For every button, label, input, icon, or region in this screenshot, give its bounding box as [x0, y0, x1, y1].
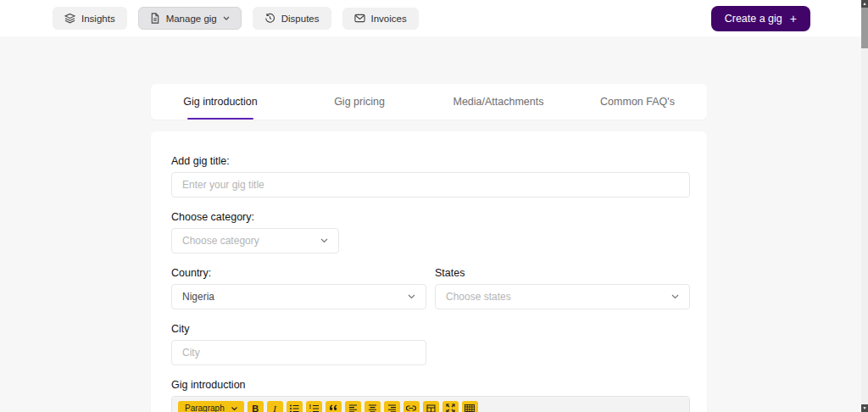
link-icon — [406, 405, 416, 411]
toolbar-grid-button[interactable] — [462, 401, 478, 412]
chevron-down-icon — [231, 407, 237, 410]
gig-form-card: Add gig title: Choose category: Choose c… — [151, 131, 707, 412]
scroll-down-arrow[interactable]: ▼ — [861, 404, 868, 412]
toolbar-align-left-button[interactable] — [345, 401, 361, 412]
toolbar-link-button[interactable] — [403, 401, 420, 412]
city-input[interactable] — [171, 340, 426, 365]
tab-common-faqs[interactable]: Common FAQ's — [568, 84, 707, 120]
chevron-down-icon — [223, 16, 230, 20]
dispute-history-icon — [264, 13, 275, 24]
top-bar: Insights Manage gig Disputes Invoices Cr… — [0, 0, 868, 36]
tab-gig-pricing-label: Gig pricing — [334, 96, 385, 108]
toolbar-align-right-button[interactable] — [384, 401, 400, 412]
blockquote-icon — [329, 404, 338, 412]
toolbar-fullscreen-button[interactable] — [442, 401, 459, 412]
invoice-envelope-icon — [354, 14, 365, 23]
editor-toolbar: Paragraph B I — [172, 397, 689, 412]
nav-invoices[interactable]: Invoices — [342, 8, 419, 30]
scrollbar-thumb[interactable] — [861, 8, 868, 48]
nav-invoices-label: Invoices — [371, 14, 407, 24]
paragraph-select-label: Paragraph — [185, 404, 225, 412]
tab-common-faqs-label: Common FAQ's — [600, 96, 675, 108]
category-select-value: Choose category — [182, 235, 259, 247]
country-label: Country: — [171, 267, 426, 279]
main-content: Gig introduction Gig pricing Media/Attac… — [0, 84, 868, 412]
toolbar-align-center-button[interactable] — [364, 401, 381, 412]
nav-insights[interactable]: Insights — [53, 7, 127, 30]
nav-disputes-label: Disputes — [281, 14, 320, 24]
bold-icon: B — [252, 404, 259, 412]
nav-manage-gig-label: Manage gig — [166, 14, 217, 24]
create-gig-label: Create a gig — [725, 13, 782, 25]
toolbar-italic-button[interactable]: I — [267, 401, 283, 412]
table-icon — [426, 404, 436, 412]
category-select[interactable]: Choose category — [171, 228, 339, 253]
states-label: States — [435, 267, 690, 279]
states-select-value: Choose states — [446, 291, 511, 303]
rich-text-editor: Paragraph B I — [171, 396, 690, 412]
plus-icon: + — [790, 13, 797, 25]
gig-introduction-label: Gig introduction — [171, 379, 690, 391]
nav-manage-gig[interactable]: Manage gig — [138, 7, 242, 30]
category-label: Choose category: — [171, 211, 690, 223]
toolbar-blockquote-button[interactable] — [326, 401, 342, 412]
gig-title-label: Add gig title: — [171, 155, 690, 167]
align-right-icon — [387, 404, 397, 412]
city-label: City — [171, 323, 690, 335]
gig-title-input[interactable] — [171, 172, 690, 198]
nav-disputes[interactable]: Disputes — [253, 7, 331, 30]
chevron-down-icon — [320, 238, 328, 243]
country-select[interactable]: Nigeria — [171, 284, 426, 309]
toolbar-numbered-list-button[interactable] — [306, 401, 322, 412]
country-select-value: Nigeria — [182, 291, 214, 303]
chevron-down-icon — [408, 294, 415, 299]
document-icon — [150, 13, 160, 24]
toolbar-bold-button[interactable]: B — [248, 401, 264, 412]
nav-insights-label: Insights — [81, 14, 115, 24]
states-select[interactable]: Choose states — [435, 284, 690, 309]
align-left-icon — [348, 404, 358, 412]
top-nav-group: Insights Manage gig Disputes Invoices — [53, 7, 419, 30]
chevron-down-icon — [671, 294, 679, 299]
ordered-list-icon — [309, 404, 319, 412]
insights-icon — [64, 13, 75, 24]
vertical-scrollbar[interactable]: ▲ ▼ — [861, 0, 868, 412]
create-gig-button[interactable]: Create a gig + — [711, 6, 810, 31]
toolbar-paragraph-select[interactable]: Paragraph — [178, 401, 244, 412]
toolbar-bullet-list-button[interactable] — [287, 401, 303, 412]
italic-icon: I — [273, 404, 276, 412]
toolbar-table-button[interactable] — [423, 401, 439, 412]
tab-gig-pricing[interactable]: Gig pricing — [290, 84, 429, 120]
grid-icon — [465, 404, 475, 412]
tab-gig-introduction-label: Gig introduction — [183, 96, 258, 108]
unordered-list-icon — [290, 404, 299, 412]
fullscreen-icon — [446, 404, 455, 412]
tab-media-attachments-label: Media/Attachments — [453, 96, 544, 108]
scroll-up-arrow[interactable]: ▲ — [861, 0, 868, 8]
tab-gig-introduction[interactable]: Gig introduction — [151, 84, 290, 120]
tab-media-attachments[interactable]: Media/Attachments — [429, 84, 568, 120]
gig-tabs-card: Gig introduction Gig pricing Media/Attac… — [151, 84, 707, 120]
align-center-icon — [368, 404, 377, 412]
